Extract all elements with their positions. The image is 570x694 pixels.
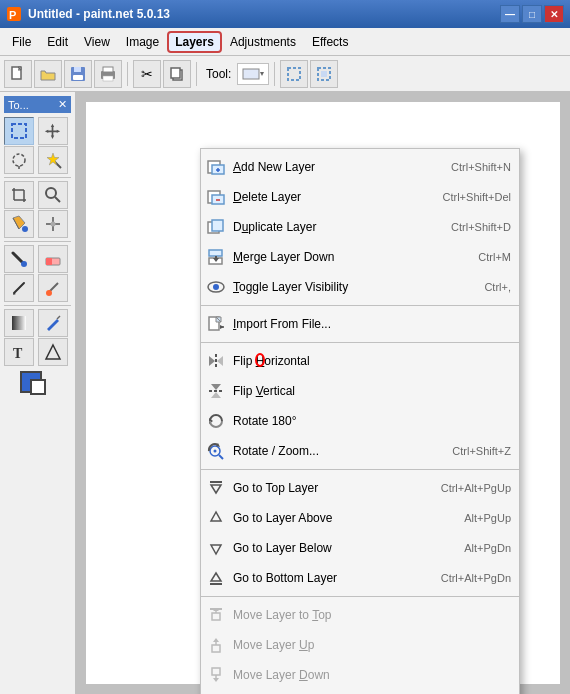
move-layer-to-top-icon (205, 604, 227, 626)
go-to-bottom-layer-shortcut: Ctrl+Alt+PgDn (441, 572, 511, 584)
menu-item-duplicate-layer[interactable]: Duplicate Layer Ctrl+Shift+D (201, 212, 519, 242)
svg-rect-50 (209, 250, 222, 256)
tool-magic-wand[interactable] (38, 146, 68, 174)
svg-point-18 (13, 154, 25, 166)
go-to-layer-below-shortcut: Alt+PgDn (464, 542, 511, 554)
tools-grid: T (4, 117, 71, 397)
menu-item-go-to-layer-below[interactable]: Go to Layer Below Alt+PgDn (201, 533, 519, 563)
toolbar-save[interactable] (64, 60, 92, 88)
main-area: To... ✕ (0, 92, 570, 694)
menu-view[interactable]: View (76, 31, 118, 53)
tool-pencil[interactable] (4, 274, 34, 302)
tools-panel-close[interactable]: ✕ (58, 98, 67, 111)
tool-move[interactable] (38, 117, 68, 145)
menu-bar: File Edit View Image Layers Adjustments … (0, 28, 570, 56)
menu-item-toggle-layer-visibility[interactable]: Toggle Layer Visibility Ctrl+, (201, 272, 519, 302)
svg-rect-33 (46, 258, 52, 265)
menu-item-flip-vertical[interactable]: Flip Vertical (201, 376, 519, 406)
move-layer-up-label: Move Layer Up (233, 638, 505, 652)
rotate-180-icon (205, 410, 227, 432)
go-to-top-layer-label: Go to Top Layer (233, 481, 435, 495)
svg-line-30 (13, 253, 23, 263)
menu-item-go-to-top-layer[interactable]: Go to Top Layer Ctrl+Alt+PgUp (201, 473, 519, 503)
rotate-zoom-icon (205, 440, 227, 462)
move-layer-down-label: Move Layer Down (233, 668, 505, 682)
svg-point-70 (214, 450, 217, 453)
menu-image[interactable]: Image (118, 31, 167, 53)
menu-item-go-to-layer-above[interactable]: Go to Layer Above Alt+PgUp (201, 503, 519, 533)
toolbar-cut[interactable]: ✂ (133, 60, 161, 88)
menu-item-move-layer-down[interactable]: Move Layer Down (201, 660, 519, 690)
menu-layers[interactable]: Layers (167, 31, 222, 53)
rotate-180-label: Rotate 180° (233, 414, 505, 428)
menu-item-add-new-layer[interactable]: Add New Layer Ctrl+Shift+N (201, 152, 519, 182)
menu-item-move-layer-up[interactable]: Move Layer Up (201, 630, 519, 660)
svg-point-55 (213, 284, 219, 290)
svg-rect-11 (243, 69, 259, 79)
menu-item-flip-horizontal[interactable]: Flip Horizontal (201, 346, 519, 376)
flip-horizontal-label: Flip Horizontal (233, 354, 505, 368)
menu-item-merge-layer-down[interactable]: Merge Layer Down Ctrl+M (201, 242, 519, 272)
secondary-color[interactable] (30, 379, 46, 395)
menu-item-go-to-bottom-layer[interactable]: Go to Bottom Layer Ctrl+Alt+PgDn (201, 563, 519, 593)
svg-rect-78 (212, 613, 220, 620)
toolbar-selection[interactable] (280, 60, 308, 88)
rotate-zoom-label: Rotate / Zoom... (233, 444, 446, 458)
rotate-zoom-shortcut: Ctrl+Shift+Z (452, 445, 511, 457)
menu-item-rotate-180[interactable]: Rotate 180° (201, 406, 519, 436)
tool-dropdown[interactable] (237, 63, 269, 85)
toolbar-selection2[interactable] (310, 60, 338, 88)
svg-marker-72 (211, 485, 221, 493)
go-to-top-layer-shortcut: Ctrl+Alt+PgUp (441, 482, 511, 494)
toggle-layer-visibility-label: Toggle Layer Visibility (233, 280, 478, 294)
tool-shapes[interactable] (38, 338, 68, 366)
tool-crop[interactable] (4, 181, 34, 209)
window-controls: — □ ✕ (500, 5, 564, 23)
menu-item-import-from-file[interactable]: Import From File... (201, 309, 519, 339)
menu-adjustments[interactable]: Adjustments (222, 31, 304, 53)
tool-paintbrush[interactable] (4, 245, 34, 273)
toolbar-copy[interactable] (163, 60, 191, 88)
menu-item-move-layer-to-bottom[interactable]: Move Layer to Bottom (201, 690, 519, 694)
tool-rectangle-select[interactable] (4, 117, 34, 145)
tool-gradient[interactable] (4, 309, 34, 337)
svg-point-37 (46, 290, 52, 296)
svg-point-26 (46, 188, 56, 198)
maximize-button[interactable]: □ (522, 5, 542, 23)
svg-marker-83 (213, 638, 219, 642)
menu-item-rotate-zoom[interactable]: Rotate / Zoom... Ctrl+Shift+Z (201, 436, 519, 466)
menu-file[interactable]: File (4, 31, 39, 53)
svg-rect-15 (321, 71, 327, 77)
go-to-layer-above-label: Go to Layer Above (233, 511, 458, 525)
close-button[interactable]: ✕ (544, 5, 564, 23)
menu-item-move-layer-to-top[interactable]: Move Layer to Top (201, 600, 519, 630)
svg-point-29 (51, 222, 56, 227)
tool-paint-bucket[interactable] (4, 210, 34, 238)
menu-edit[interactable]: Edit (39, 31, 76, 53)
flip-horizontal-icon (205, 350, 227, 372)
svg-line-34 (14, 283, 24, 293)
menu-effects[interactable]: Effects (304, 31, 356, 53)
tool-pan[interactable] (38, 210, 68, 238)
tool-color-picker[interactable] (38, 274, 68, 302)
tool-eraser[interactable] (38, 245, 68, 273)
svg-marker-76 (211, 573, 221, 581)
tool-lasso[interactable] (4, 146, 34, 174)
duplicate-layer-shortcut: Ctrl+Shift+D (451, 221, 511, 233)
toolbar-new[interactable] (4, 60, 32, 88)
svg-rect-38 (12, 316, 26, 330)
tool-recolor[interactable] (38, 309, 68, 337)
delete-layer-label: Delete Layer (233, 190, 437, 204)
move-layer-to-top-label: Move Layer to Top (233, 608, 505, 622)
toolbar-print[interactable] (94, 60, 122, 88)
minimize-button[interactable]: — (500, 5, 520, 23)
menu-item-delete-layer[interactable]: Delete Layer Ctrl+Shift+Del (201, 182, 519, 212)
toolbar: ✂ Tool: (0, 56, 570, 92)
delete-layer-icon (205, 186, 227, 208)
toolbar-open[interactable] (34, 60, 62, 88)
tools-divider-2 (4, 241, 71, 242)
svg-rect-8 (103, 76, 113, 81)
tool-text[interactable]: T (4, 338, 34, 366)
tool-zoom[interactable] (38, 181, 68, 209)
color-boxes[interactable] (20, 371, 56, 397)
